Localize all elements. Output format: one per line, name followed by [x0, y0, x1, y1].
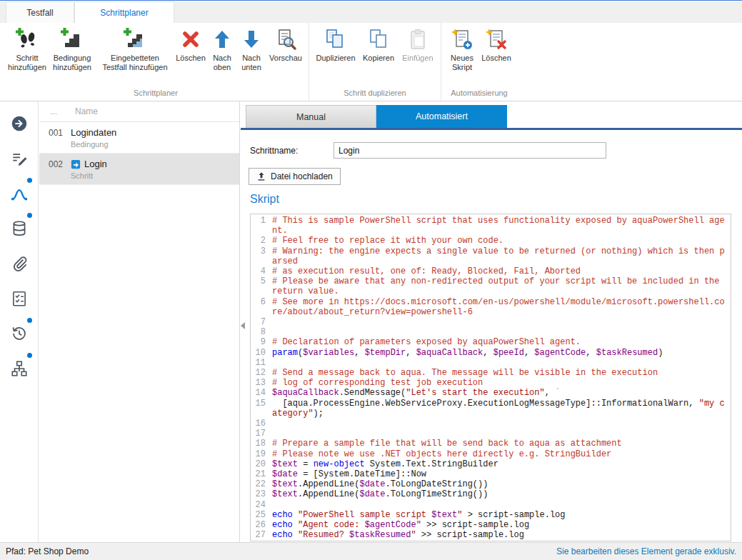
move-up-icon — [211, 28, 234, 51]
history-icon — [10, 324, 29, 343]
button-label: Löschen — [176, 54, 206, 63]
line-number: 23 — [252, 489, 272, 499]
line-number: 27 — [252, 530, 272, 540]
sidebar-item-expand[interactable] — [0, 106, 38, 141]
step-type: Bedingung — [71, 140, 235, 149]
code-line-text: # Prepare a sample file that will be sen… — [272, 439, 729, 449]
line-number: 2 — [252, 236, 272, 246]
code-line-text: [aqua.ProcessEngine.WebServiceProxy.Exec… — [272, 399, 729, 419]
move-up-button[interactable]: Nach oben — [208, 24, 236, 71]
button-label: Einfügen — [402, 54, 433, 63]
sidebar-item-history[interactable] — [0, 316, 38, 351]
column-header-id[interactable]: ... — [39, 106, 71, 116]
tab-testfall[interactable]: Testfall — [6, 1, 74, 23]
add-step-button[interactable]: Schritt hinzufügen — [6, 24, 48, 71]
delete-script-button[interactable]: Löschen — [479, 24, 513, 63]
ribbon-group-label: Schrittplaner — [6, 89, 305, 101]
tab-schrittplaner[interactable]: Schrittplaner — [74, 1, 174, 23]
line-number: 20 — [252, 459, 272, 469]
line-number: 7 — [252, 317, 272, 327]
step-row-001[interactable]: 001 Logindaten Bedingung — [39, 122, 239, 154]
code-line-text: $date = [System.DateTime]::Now — [272, 469, 729, 479]
column-header-name[interactable]: Name — [71, 106, 98, 116]
copy-icon — [367, 28, 390, 51]
sidebar-item-checklist[interactable] — [0, 281, 38, 316]
add-embedded-testcase-button[interactable]: Eingebetteten Testfall hinzufügen — [96, 24, 174, 71]
duplicate-button[interactable]: Duplizieren — [313, 24, 359, 63]
code-line: 10param($variables, $tempDir, $aquaCallb… — [252, 348, 729, 358]
detail-tabs: Manual Automatisiert — [246, 105, 507, 128]
add-embedded-testcase-icon — [124, 28, 146, 51]
delete-icon — [179, 28, 202, 51]
detail-panel: Manual Automatisiert Schrittname: Datei … — [241, 101, 742, 542]
line-number: 15 — [252, 399, 272, 419]
code-line-text — [272, 429, 729, 439]
status-bar: Pfad: Pet Shop Demo Sie bearbeiten diese… — [0, 542, 742, 560]
sidebar-item-hierarchy[interactable] — [0, 351, 38, 386]
code-line-text: # Please note we use .NET objects here d… — [272, 449, 729, 459]
code-line-text: $text.AppendLine($date.ToLongDateString(… — [272, 479, 729, 489]
code-line-text — [272, 419, 729, 429]
sidebar-item-data[interactable] — [0, 211, 38, 246]
step-list-header: ... Name — [39, 101, 239, 122]
data-icon — [10, 219, 29, 238]
ribbon-group-label: Automatisierung — [445, 89, 513, 101]
line-number: 4 — [252, 266, 272, 276]
sidebar-item-edit[interactable] — [0, 141, 38, 176]
code-line-text: param($variables, $tempDir, $aquaCallbac… — [272, 348, 729, 358]
code-line: 17 — [252, 429, 729, 439]
ribbon-tabbar: Testfall Schrittplaner — [0, 1, 742, 23]
preview-button[interactable]: Vorschau — [266, 24, 305, 63]
step-list: ... Name 001 Logindaten Bedingung 002 Lo… — [39, 101, 240, 542]
button-label: Bedingung hinzufügen — [49, 54, 95, 71]
tab-automatisiert[interactable]: Automatisiert — [376, 105, 507, 128]
app-window: Testfall Schrittplaner Schritt hi — [0, 0, 742, 560]
tab-manual[interactable]: Manual — [246, 105, 376, 128]
code-line-text: echo "Resumed? $taskResumed" >> script-s… — [272, 530, 729, 540]
code-line: 8 — [252, 327, 729, 337]
code-line-text: $aquaCallback.SendMessage("Let's start t… — [272, 388, 729, 398]
code-line-text: # Feel free to replace it with your own … — [272, 236, 729, 246]
button-label: Vorschau — [269, 54, 302, 63]
sidebar-item-attachments[interactable] — [0, 246, 38, 281]
step-number: 001 — [39, 122, 68, 153]
code-line: 27echo "Resumed? $taskResumed" >> script… — [252, 530, 729, 540]
panel-collapse-handle[interactable] — [241, 321, 248, 331]
code-line-text: echo "Execution ID: $peeId" >> script-sa… — [272, 541, 729, 542]
new-script-button[interactable]: Neues Skript — [445, 24, 479, 71]
code-line: 22$text.AppendLine($date.ToLongDateStrin… — [252, 479, 729, 489]
code-line: 11 — [252, 358, 729, 368]
button-label: Duplizieren — [316, 54, 355, 63]
step-type: Schritt — [71, 171, 235, 180]
add-condition-button[interactable]: Bedingung hinzufügen — [48, 24, 96, 71]
script-code-editor[interactable]: 1# This is sample PowerShell script that… — [250, 214, 731, 541]
code-line: 21$date = [System.DateTime]::Now — [252, 469, 729, 479]
copy-button[interactable]: Kopieren — [359, 24, 398, 63]
add-condition-icon — [61, 28, 84, 51]
move-down-button[interactable]: Nach unten — [236, 24, 266, 71]
line-number: 25 — [252, 510, 272, 520]
upload-button-label: Datei hochladen — [271, 171, 333, 181]
code-line: 2# Feel free to replace it with your own… — [252, 236, 729, 246]
line-number: 16 — [252, 419, 272, 429]
paste-button[interactable]: Einfügen — [398, 24, 437, 63]
delete-step-button[interactable]: Löschen — [174, 24, 208, 63]
upload-file-button[interactable]: Datei hochladen — [249, 168, 341, 185]
code-line: 13# log of corresponding test job execut… — [252, 378, 729, 388]
code-line: 18# Prepare a sample file that will be s… — [252, 439, 729, 449]
step-row-002[interactable]: 002 Login Schritt — [39, 154, 239, 185]
paste-icon — [406, 28, 429, 51]
sidebar-item-steps[interactable] — [0, 176, 38, 211]
button-label: Löschen — [481, 54, 511, 63]
code-line: 5# Please be aware that any non-redirect… — [252, 276, 729, 296]
code-line-text: # Send a message back to aqua. The messa… — [272, 368, 729, 378]
code-line-text: # log of corresponding test job executio… — [272, 378, 729, 388]
code-line: 20$text = new-object System.Text.StringB… — [252, 459, 729, 469]
code-line-text: # Warning: the engine expects a single v… — [272, 246, 729, 266]
add-step-icon — [16, 28, 39, 51]
line-number: 14 — [252, 388, 272, 398]
code-line-text: echo "Agent code: $agentCode" >> script-… — [272, 520, 729, 530]
code-line: 23$text.AppendLine($date.ToLongTimeStrin… — [252, 489, 729, 499]
move-down-icon — [240, 28, 263, 51]
step-name-input[interactable] — [334, 142, 606, 159]
